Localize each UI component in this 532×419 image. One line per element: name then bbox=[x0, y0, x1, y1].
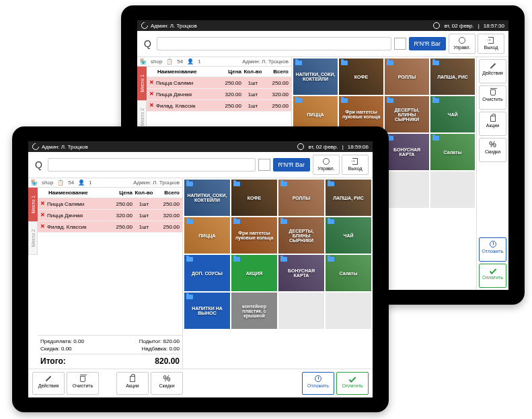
pay-button[interactable]: Оплатить bbox=[479, 264, 506, 288]
order-row[interactable]: ✕Пицца Дачная320.001шт320.00 bbox=[38, 210, 182, 221]
screen-front: Админ: Л. Троцков вт, 02 февр.|18:59:06 … bbox=[28, 141, 373, 397]
checkbox[interactable] bbox=[394, 38, 406, 50]
folder-icon bbox=[186, 219, 193, 224]
order-row[interactable]: ✕Филад. Классик250.001шт250.00 bbox=[147, 100, 291, 112]
folder-icon bbox=[432, 98, 439, 103]
folder-icon bbox=[387, 98, 393, 103]
postpone-button[interactable]: Отложить bbox=[302, 372, 334, 395]
searchbar: Q R'N'R Bar Управл. Выход bbox=[28, 152, 373, 178]
folder-icon bbox=[280, 257, 287, 262]
order-row[interactable]: ✕Филад. Классик250.001шт250.00 bbox=[38, 221, 182, 233]
tablet-front: Админ: Л. Троцков вт, 02 февр.|18:59:06 … bbox=[12, 126, 389, 412]
folder-icon bbox=[432, 136, 439, 141]
folder-icon bbox=[341, 61, 348, 65]
exit-button[interactable]: Выход bbox=[478, 34, 504, 54]
clear-button[interactable]: Очистить bbox=[67, 372, 99, 395]
cat-noodle[interactable]: ЛАПША, РИС bbox=[430, 59, 475, 95]
cat-empty[interactable] bbox=[278, 293, 324, 329]
admin-label: Админ: Л. Троцков bbox=[42, 144, 88, 150]
cat-empty[interactable] bbox=[326, 293, 371, 329]
order-row[interactable]: ✕Пицца Салями250.001шт250.00 bbox=[147, 77, 291, 89]
pencil-icon bbox=[46, 376, 51, 381]
order-row[interactable]: ✕Пицца Дачная320.001шт320.00 bbox=[147, 89, 291, 100]
topbar: Админ: Л. Троцков вт, 02 февр.|18:59:06 bbox=[28, 141, 373, 152]
remove-icon[interactable]: ✕ bbox=[148, 102, 155, 109]
cat-tea[interactable]: ЧАЙ bbox=[430, 96, 475, 132]
clock-icon bbox=[490, 241, 496, 247]
cat-drinks[interactable]: НАПИТКИ, СОКИ, КОКТЕЙЛИ bbox=[293, 59, 338, 95]
cat-bonus[interactable]: БОНУСНАЯ КАРТА bbox=[385, 134, 429, 170]
gear-icon bbox=[459, 37, 465, 44]
folder-icon bbox=[328, 257, 334, 262]
cat-takeaway[interactable]: НАПИТКИ НА ВЫНОС bbox=[184, 293, 230, 329]
cat-salad[interactable]: Салаты bbox=[430, 134, 475, 170]
folder-icon bbox=[432, 61, 439, 65]
globe-icon[interactable] bbox=[433, 22, 440, 29]
cat-sauce[interactable]: ДОП. СОУСЫ bbox=[184, 255, 230, 291]
cat-rolls[interactable]: РОЛЛЫ bbox=[385, 59, 429, 95]
pay-button[interactable]: Оплатить bbox=[336, 372, 369, 395]
actions-button[interactable]: Действия bbox=[479, 59, 506, 83]
clear-button[interactable]: Очистить bbox=[479, 85, 506, 110]
cat-salad[interactable]: Салаты bbox=[326, 255, 371, 291]
location-button[interactable]: R'N'R Bar bbox=[409, 37, 446, 50]
folder-icon bbox=[328, 219, 334, 224]
cat-drinks[interactable]: НАПИТКИ, СОКИ, КОКТЕЙЛИ bbox=[184, 180, 230, 216]
cat-nuggets[interactable]: Фри наггетсы луковые кольца bbox=[231, 217, 277, 254]
cat-noodle[interactable]: ЛАПША, РИС bbox=[326, 180, 371, 216]
seat-tab-2[interactable]: Место 2 bbox=[28, 221, 38, 255]
cat-coffee[interactable]: КОФЕ bbox=[231, 180, 277, 216]
exit-button[interactable]: Выход bbox=[342, 155, 369, 175]
search-input[interactable] bbox=[48, 158, 256, 172]
remove-icon[interactable]: ✕ bbox=[39, 212, 46, 219]
gear-icon bbox=[323, 158, 330, 165]
refresh-icon[interactable] bbox=[31, 142, 40, 151]
bottom-toolbar: Действия Очистить Акции %Скидки Отложить… bbox=[28, 369, 373, 397]
folder-icon bbox=[280, 182, 287, 186]
cat-rolls[interactable]: РОЛЛЫ bbox=[278, 180, 324, 216]
order-panel: 🏪shop📋54👤1Админ: Л. Троцков Место 1 Мест… bbox=[28, 178, 183, 369]
discounts-button[interactable]: %Скидки bbox=[151, 372, 183, 395]
promos-button[interactable]: Акции bbox=[479, 112, 506, 136]
cat-empty[interactable] bbox=[430, 172, 475, 208]
cat-tea[interactable]: ЧАЙ bbox=[326, 217, 371, 254]
cat-pizza[interactable]: ПИЦЦА bbox=[184, 217, 230, 254]
discounts-button[interactable]: %Скидки bbox=[479, 138, 506, 162]
folder-icon bbox=[341, 98, 348, 103]
refresh-icon[interactable] bbox=[140, 21, 149, 30]
location-button[interactable]: R'N'R Bar bbox=[273, 158, 310, 172]
folder-icon bbox=[387, 61, 393, 65]
order-row[interactable]: ✕Пицца Салями250.001шт250.00 bbox=[38, 198, 182, 210]
time: 18:57:30 bbox=[484, 23, 504, 29]
folder-icon bbox=[233, 219, 240, 224]
cat-dessert[interactable]: ДЕСЕРТЫ, БЛИНЫ СЫРНИКИ bbox=[278, 217, 324, 254]
promos-button[interactable]: Акции bbox=[116, 372, 149, 395]
remove-icon[interactable]: ✕ bbox=[148, 91, 155, 98]
remove-icon[interactable]: ✕ bbox=[148, 79, 155, 86]
cat-bonus[interactable]: БОНУСНАЯ КАРТА bbox=[278, 255, 324, 291]
checkbox[interactable] bbox=[258, 159, 270, 171]
folder-icon bbox=[186, 295, 193, 299]
percent-icon: % bbox=[489, 141, 497, 149]
date: вт, 02 февр. bbox=[308, 144, 338, 150]
clock-icon bbox=[315, 375, 321, 382]
cat-empty[interactable] bbox=[385, 172, 429, 208]
remove-icon[interactable]: ✕ bbox=[39, 223, 46, 230]
folder-icon bbox=[328, 182, 334, 186]
manage-button[interactable]: Управл. bbox=[313, 155, 340, 175]
cat-promo[interactable]: АКЦИЯ bbox=[231, 255, 277, 291]
searchbar: Q R'N'R Bar Управл. Выход bbox=[137, 31, 508, 57]
manage-button[interactable]: Управл. bbox=[449, 34, 476, 54]
bag-icon bbox=[490, 116, 496, 122]
cat-coffee[interactable]: КОФЕ bbox=[339, 59, 383, 95]
seat-tab-1[interactable]: Место 1 bbox=[28, 188, 38, 221]
actions-button[interactable]: Действия bbox=[32, 372, 65, 395]
remove-icon[interactable]: ✕ bbox=[39, 200, 46, 207]
search-input[interactable] bbox=[157, 37, 391, 50]
seat-tab-1[interactable]: Место 1 bbox=[137, 67, 147, 100]
cat-dessert[interactable]: ДЕСЕРТЫ, БЛИНЫ СЫРНИКИ bbox=[385, 96, 429, 132]
folder-icon bbox=[233, 257, 240, 262]
cat-container[interactable]: контейнер пластик. с крышкой bbox=[231, 293, 277, 329]
globe-icon[interactable] bbox=[297, 143, 304, 150]
postpone-button[interactable]: Отложить bbox=[479, 237, 506, 262]
